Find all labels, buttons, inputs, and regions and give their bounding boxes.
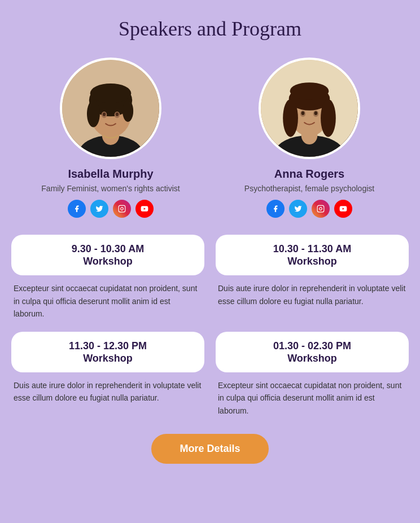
workshop-time-box-3: 11.30 - 12.30 PM Workshop — [11, 332, 204, 372]
svg-point-22 — [290, 82, 329, 100]
workshop-time-1: 9.30 - 10.30 AM — [23, 243, 193, 256]
workshop-item-4: 01.30 - 02.30 PM Workshop Excepteur sint… — [216, 332, 409, 417]
cta-container: More Details — [11, 434, 409, 464]
youtube-icon-isabella[interactable] — [135, 200, 154, 218]
workshop-description-1: Excepteur sint occaecat cupidatat non pr… — [11, 282, 204, 320]
workshop-description-4: Excepteur sint occaecat cupidatat non pr… — [216, 379, 409, 417]
speaker-card-isabella: Isabella Murphy Family Feminist, women's… — [15, 58, 206, 218]
svg-point-20 — [283, 99, 298, 137]
avatar-anna — [259, 58, 360, 159]
twitter-icon-isabella[interactable] — [90, 200, 108, 218]
svg-rect-27 — [317, 205, 324, 212]
workshop-time-3: 11.30 - 12.30 PM — [23, 340, 193, 353]
social-icons-isabella — [68, 200, 154, 218]
speakers-row: Isabella Murphy Family Feminist, women's… — [11, 58, 409, 218]
svg-point-21 — [321, 99, 336, 137]
workshop-time-2: 10.30 - 11.30 AM — [227, 243, 397, 256]
workshop-label-1: Workshop — [23, 256, 193, 267]
more-details-button[interactable]: More Details — [151, 434, 268, 464]
instagram-icon-anna[interactable] — [312, 200, 330, 218]
workshop-label-3: Workshop — [23, 353, 193, 364]
workshops-grid: 9.30 - 10.30 AM Workshop Excepteur sint … — [11, 235, 409, 417]
svg-point-25 — [301, 111, 305, 115]
facebook-icon-isabella[interactable] — [68, 200, 86, 218]
speaker-name-isabella: Isabella Murphy — [68, 168, 153, 181]
speaker-name-anna: Anna Rogers — [274, 168, 344, 181]
svg-point-5 — [87, 100, 100, 128]
youtube-icon-anna[interactable] — [334, 200, 352, 218]
workshop-description-2: Duis aute irure dolor in reprehenderit i… — [216, 282, 409, 307]
speaker-title-isabella: Family Feminist, women's rights activist — [41, 184, 180, 193]
svg-rect-12 — [119, 205, 125, 212]
workshop-time-4: 01.30 - 02.30 PM — [227, 340, 397, 353]
facebook-icon-anna[interactable] — [266, 200, 285, 218]
svg-point-11 — [116, 112, 119, 116]
page-title: Speakers and Program — [11, 17, 409, 41]
workshop-item-3: 11.30 - 12.30 PM Workshop Duis aute irur… — [11, 332, 204, 417]
avatar-isabella — [60, 58, 161, 159]
speaker-card-anna: Anna Rogers Psychotherapist, female psyc… — [214, 58, 405, 218]
workshop-label-2: Workshop — [227, 256, 397, 267]
workshop-description-3: Duis aute irure dolor in reprehenderit i… — [11, 379, 204, 405]
svg-point-10 — [103, 112, 106, 116]
workshop-time-box-2: 10.30 - 11.30 AM Workshop — [216, 235, 409, 275]
workshop-item-2: 10.30 - 11.30 AM Workshop Duis aute irur… — [216, 235, 409, 320]
workshop-label-4: Workshop — [227, 353, 397, 364]
page-container: Speakers and Program — [0, 0, 420, 523]
speaker-title-anna: Psychotherapist, female psychologist — [244, 184, 374, 193]
svg-point-7 — [90, 83, 132, 103]
instagram-icon-isabella[interactable] — [113, 200, 131, 218]
svg-point-26 — [314, 111, 318, 115]
workshop-item-1: 9.30 - 10.30 AM Workshop Excepteur sint … — [11, 235, 204, 320]
workshop-time-box-4: 01.30 - 02.30 PM Workshop — [216, 332, 409, 372]
social-icons-anna — [266, 200, 352, 218]
svg-point-6 — [123, 100, 133, 122]
workshop-time-box-1: 9.30 - 10.30 AM Workshop — [11, 235, 204, 275]
twitter-icon-anna[interactable] — [289, 200, 307, 218]
